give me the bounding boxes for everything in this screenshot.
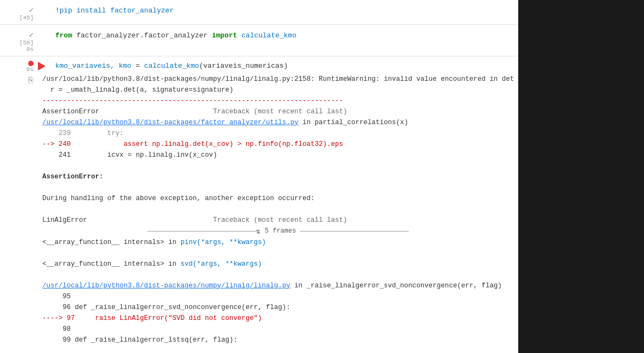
- error-indicator: [28, 61, 34, 66]
- factor-analyzer-link[interactable]: /usr/local/lib/python3.8/dist-packages/f…: [42, 119, 299, 126]
- frames-label: 5 frames: [265, 227, 296, 235]
- main-area: ✓ [45] !pip install factor_analyzer ✓ [5…: [0, 0, 644, 353]
- line-99: 99 def _raise_linalgerror_lstsq(err, fla…: [42, 335, 514, 345]
- module-name: factor_analyzer.factor_analyzer: [72, 31, 211, 40]
- copy-icon[interactable]: ⎘: [28, 76, 34, 86]
- line-98: 98: [42, 324, 514, 335]
- line-95: 95: [42, 291, 514, 302]
- frames-arrows-icon[interactable]: ⇅: [256, 227, 260, 236]
- cell-45-code: !pip install factor_analyzer: [55, 5, 514, 16]
- factor-link-line[interactable]: /usr/local/lib/python3.8/dist-packages/f…: [42, 117, 514, 128]
- cell-45-label: [45]: [20, 15, 34, 21]
- line-96: 96 def _raise_linalgerror_svd_nonconverg…: [42, 302, 514, 313]
- frames-line-right: [300, 231, 409, 232]
- error-dot-icon: [28, 61, 34, 66]
- cell-50-run-area: [38, 28, 51, 53]
- line-240: --> 240 assert np.linalg.det(x_cov) > np…: [42, 139, 514, 150]
- blank1: [42, 161, 514, 171]
- linalg-error-label: LinAlgError: [42, 216, 87, 224]
- blank2: [42, 182, 514, 193]
- cell-45-run-area: [38, 3, 51, 21]
- cell-error-run-btn[interactable]: [38, 59, 51, 74]
- blank3: [42, 204, 514, 215]
- cell-50-gutter: ✓ [50] 0s: [0, 28, 38, 53]
- array-func-svd: <__array_function__ internals> in svd(*a…: [42, 259, 514, 269]
- svd-fn: svd(*args, **kwargs): [181, 260, 262, 268]
- cell-error: 0s kmo_variaveis, kmo = calculate_kmo(va…: [0, 56, 518, 353]
- ln-239: 239 try:: [42, 130, 124, 137]
- assertion-error-msg: AssertionError:: [42, 171, 514, 182]
- eq-sign: =: [131, 62, 144, 70]
- kw-import: import: [212, 31, 237, 40]
- runtime-warning-line2: r = _umath_linalg.det(a, signature=signa…: [42, 85, 514, 95]
- dashed-line1: ----------------------------------------…: [42, 95, 514, 106]
- import-name: calculate_kmo: [237, 31, 296, 40]
- right-panel: [518, 0, 644, 353]
- numpy-linalg-link[interactable]: /usr/local/lib/python3.8/dist-packages/n…: [42, 282, 291, 290]
- traceback-msg1: Traceback (most recent call last): [99, 108, 347, 115]
- blank5: [42, 269, 514, 280]
- in-raise: in _raise_linalgerror_svd_nonconvergence…: [291, 282, 502, 290]
- cell-error-top: 0s kmo_variaveis, kmo = calculate_kmo(va…: [0, 59, 518, 74]
- cell-50-code: from factor_analyzer.factor_analyzer imp…: [55, 30, 514, 41]
- cell-error-gutter: 0s: [0, 59, 38, 74]
- cell-50-label: [50]: [20, 40, 34, 46]
- frames-row: ⇅ 5 frames: [42, 227, 514, 236]
- pinv-fn: pinv(*args, **kwargs): [181, 239, 266, 246]
- cells-area: ✓ [45] !pip install factor_analyzer ✓ [5…: [0, 0, 518, 353]
- fn-call: calculate_kmo: [144, 62, 199, 70]
- numpy-link-line[interactable]: /usr/local/lib/python3.8/dist-packages/n…: [42, 280, 514, 291]
- fn-args: (variaveis_numericas): [199, 62, 288, 70]
- line-239: 239 try:: [42, 128, 514, 139]
- out-content: /usr/local/lib/python3.8/dist-packages/n…: [38, 74, 518, 354]
- var-kmo: kmo_variaveis, kmo: [55, 62, 131, 70]
- run-triangle-icon[interactable]: [38, 62, 46, 70]
- blank4: [42, 248, 514, 259]
- cell-45-content: !pip install factor_analyzer: [51, 3, 518, 21]
- assertion-error-label: AssertionError: [42, 108, 99, 115]
- cell-error-code: kmo_variaveis, kmo = calculate_kmo(varia…: [51, 59, 518, 74]
- cell-50-time: 0s: [27, 46, 34, 53]
- copy-icon-wrap[interactable]: ⎘: [0, 74, 38, 86]
- cell-45: ✓ [45] !pip install factor_analyzer: [0, 0, 518, 25]
- cell-45-pip: pip install factor_analyzer: [60, 7, 174, 15]
- kw-from: from: [55, 31, 72, 40]
- out-gutter: ⎘: [0, 74, 38, 354]
- cell-45-gutter: ✓ [45]: [0, 3, 38, 21]
- line-97: ----> 97 raise LinAlgError("SVD did not …: [42, 313, 514, 324]
- array-func-pinv: <__array_function__ internals> in pinv(*…: [42, 237, 514, 248]
- output-section: ⎘ /usr/local/lib/python3.8/dist-packages…: [0, 74, 518, 354]
- cell-50-content: from factor_analyzer.factor_analyzer imp…: [51, 28, 518, 53]
- cell-45-check: ✓: [29, 5, 34, 15]
- blank6: [42, 345, 514, 354]
- traceback-msg2: Traceback (most recent call last): [87, 216, 347, 224]
- cell-error-time: 0s: [27, 66, 34, 73]
- line-241: 241 icvx = np.linalg.inv(x_cov): [42, 150, 514, 161]
- traceback-header2: LinAlgError Traceback (most recent call …: [42, 215, 514, 226]
- error-code-line: kmo_variaveis, kmo = calculate_kmo(varia…: [55, 61, 514, 72]
- cell-45-bang: !: [55, 7, 60, 15]
- cell-50-check: ✓: [29, 30, 34, 40]
- during-handling: During handling of the above exception, …: [42, 193, 514, 204]
- frames-line-left: [147, 231, 256, 232]
- traceback-header1: AssertionError Traceback (most recent ca…: [42, 106, 514, 117]
- runtime-warning-line: /usr/local/lib/python3.8/dist-packages/n…: [42, 74, 514, 85]
- notebook: ✓ [45] !pip install factor_analyzer ✓ [5…: [0, 0, 644, 353]
- in-partial: in partial_correlations(x): [299, 119, 409, 126]
- cell-50: ✓ [50] 0s from factor_analyzer.factor_an…: [0, 25, 518, 56]
